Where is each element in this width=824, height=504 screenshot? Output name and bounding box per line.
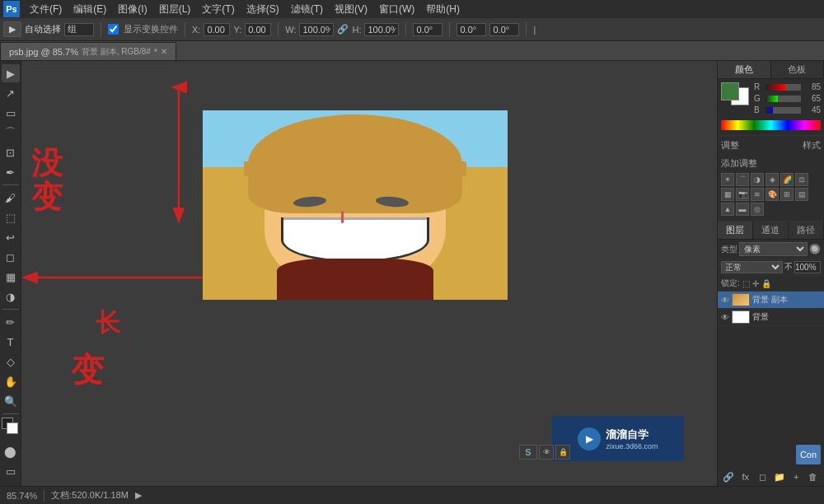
adjustment-section: 调整 样式 添加调整 ☀ ⌒ ◑ ◈ 🌈 ⚖ ▦ 📷 ≋ 🎨 ⊞ ▤ ▲ (718, 136, 824, 222)
b-value: 45 (804, 105, 821, 114)
tool-zoom[interactable]: 🔍 (2, 392, 20, 410)
character-scar (341, 211, 344, 223)
adjustment-buttons-row3: ▲ ▬ ◎ (721, 203, 821, 216)
tool-rectangle-select[interactable]: ▭ (2, 104, 20, 122)
tool-stamp[interactable]: ⬚ (2, 208, 20, 226)
opacity-input[interactable] (794, 261, 821, 273)
layer-mask-button[interactable]: ◻ (756, 470, 769, 483)
layer-eye-copy[interactable]: 👁 (721, 296, 729, 305)
foreground-swatch[interactable] (721, 82, 739, 100)
lock-position-icon[interactable]: ✛ (752, 279, 759, 288)
skewh-input[interactable] (456, 23, 486, 36)
adj-threshold[interactable]: ▲ (721, 203, 734, 216)
tab-close-button[interactable]: ✕ (161, 47, 167, 56)
rotate-input[interactable] (413, 23, 442, 36)
adj-exposure[interactable]: ◑ (751, 173, 764, 186)
menu-filter[interactable]: 滤镜(T) (286, 1, 328, 18)
y-label: Y: (233, 25, 241, 35)
show-transform-checkbox[interactable] (108, 24, 119, 35)
lock-row: 锁定: ⬚ ✛ 🔒 (718, 276, 824, 292)
adj-colorlookup[interactable]: 🎨 (765, 188, 779, 201)
tool-brush[interactable]: 🖌 (2, 189, 20, 207)
w-input[interactable] (299, 23, 334, 36)
tool-lasso[interactable]: ⌒ (2, 124, 20, 142)
y-input[interactable] (245, 23, 271, 36)
adj-hsl[interactable]: 🌈 (780, 173, 794, 186)
extra-arrow[interactable]: ▶ (135, 490, 142, 501)
tool-move[interactable]: ▶ (2, 64, 20, 82)
tab-psb[interactable]: psb.jpg @ 85.7% 背景 副本, RGB/8# * ✕ (0, 42, 176, 60)
layers-panel-tabs: 图层 通道 路径 (718, 222, 824, 240)
color-spectrum[interactable] (721, 120, 821, 130)
layer-item-bg[interactable]: 👁 背景 (718, 309, 824, 326)
tool-type[interactable]: T (2, 333, 20, 351)
tab-swatches[interactable]: 色板 (771, 61, 825, 78)
auto-select-button[interactable]: ▶ (3, 21, 21, 37)
canvas-area[interactable]: 没 变 200 长 变 (21, 61, 717, 486)
layer-eye-bg[interactable]: 👁 (721, 313, 729, 322)
adj-gradient-map[interactable]: ▬ (736, 203, 749, 216)
con-button[interactable]: Con (796, 445, 821, 464)
tool-eraser[interactable]: ◻ (2, 248, 20, 266)
adj-bw[interactable]: ▦ (721, 188, 734, 201)
tab-color[interactable]: 颜色 (718, 61, 771, 78)
adj-channelmix[interactable]: ≋ (751, 188, 764, 201)
menu-window[interactable]: 窗口(W) (374, 1, 419, 18)
w-label: W: (285, 25, 296, 35)
adj-curves[interactable]: ⌒ (736, 173, 749, 186)
tool-burn[interactable]: ◑ (2, 287, 20, 306)
layer-delete-button[interactable]: 🗑 (807, 470, 820, 483)
tab-channels[interactable]: 通道 (753, 222, 789, 239)
color-swatch-pair[interactable] (721, 82, 751, 105)
tool-history[interactable]: ↩ (2, 228, 20, 246)
tool-pen[interactable]: ✏ (2, 313, 20, 331)
menu-file[interactable]: 文件(F) (25, 1, 67, 18)
skewv-input[interactable] (489, 23, 519, 36)
filter-select[interactable]: 像素 调整 文字 形状 (739, 242, 808, 256)
layer-item-copy[interactable]: 👁 背景 副本 (718, 292, 824, 309)
tool-select[interactable]: ↗ (2, 84, 20, 102)
tool-hand[interactable]: ✋ (2, 372, 20, 390)
tool-crop[interactable]: ⊡ (2, 143, 20, 161)
layer-fx-button[interactable]: fx (739, 470, 752, 483)
menu-layer[interactable]: 图层(L) (154, 1, 196, 18)
blend-mode-select[interactable]: 正常 (721, 261, 783, 273)
tool-shape[interactable]: ◇ (2, 352, 20, 371)
menu-image[interactable]: 图像(I) (113, 1, 152, 18)
tab-layers[interactable]: 图层 (718, 222, 753, 239)
tool-quickmask[interactable]: ⬤ (2, 442, 20, 460)
lock-pixels-icon[interactable]: ⬚ (742, 279, 750, 288)
layer-group-button[interactable]: 📁 (773, 470, 786, 483)
background-color[interactable] (7, 422, 18, 434)
adj-photo[interactable]: 📷 (736, 188, 749, 201)
adj-vibrance[interactable]: ◈ (765, 173, 779, 186)
adj-selective-color[interactable]: ◎ (751, 203, 764, 216)
tool-eyedropper[interactable]: ✒ (2, 163, 20, 181)
h-input[interactable] (364, 23, 399, 36)
menu-select[interactable]: 选择(S) (241, 1, 284, 18)
layer-link-button[interactable]: 🔗 (722, 470, 735, 483)
adj-posterize[interactable]: ▤ (795, 188, 808, 201)
opacity-label: 不 (784, 261, 793, 273)
lock-all-icon[interactable]: 🔒 (761, 279, 771, 288)
color-swatches[interactable] (2, 418, 20, 439)
auto-select-input[interactable] (64, 23, 94, 36)
menu-edit[interactable]: 编辑(E) (68, 1, 111, 18)
layer-new-button[interactable]: + (789, 470, 803, 483)
g-slider[interactable] (765, 96, 801, 102)
menu-view[interactable]: 视图(V) (330, 1, 372, 18)
adj-brightness[interactable]: ☀ (721, 173, 734, 186)
tool-gradient[interactable]: ▦ (2, 268, 20, 286)
menu-type[interactable]: 文字(T) (197, 1, 239, 18)
blend-opacity-row: 正常 不 (718, 259, 824, 276)
filter-toggle[interactable]: 🔘 (809, 244, 821, 254)
tab-paths[interactable]: 路径 (789, 222, 824, 239)
b-slider[interactable] (765, 107, 801, 114)
adj-colorbalance[interactable]: ⚖ (795, 173, 808, 186)
menu-help[interactable]: 帮助(H) (421, 1, 465, 18)
r-bar (765, 84, 785, 91)
x-input[interactable] (204, 23, 230, 36)
tool-screenmode[interactable]: ▭ (2, 462, 20, 480)
adj-invert[interactable]: ⊞ (780, 188, 794, 201)
r-slider[interactable] (765, 84, 801, 91)
